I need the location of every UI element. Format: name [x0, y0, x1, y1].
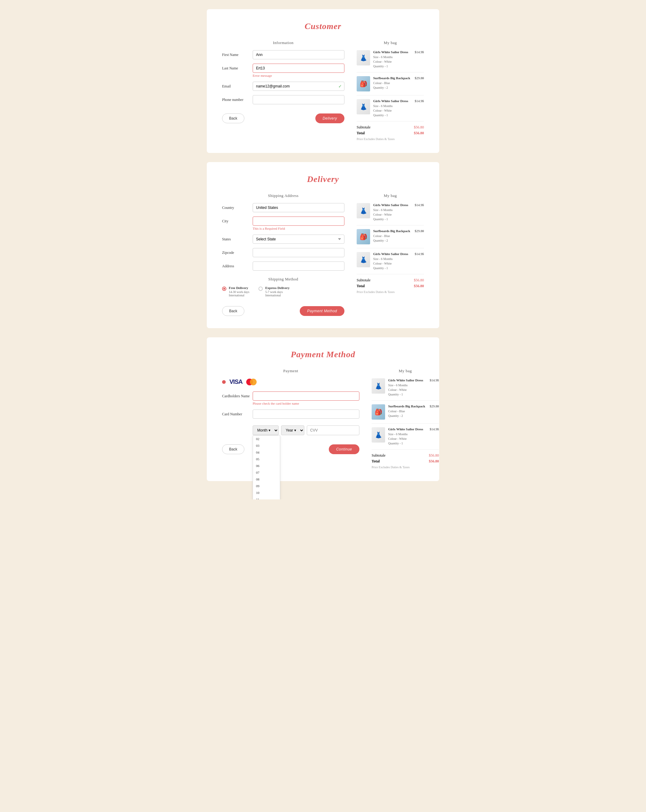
- pay-bag-item-2-details: Surfboards Big Backpack Colour - BlueQua…: [388, 404, 427, 418]
- cvv-input[interactable]: [307, 426, 359, 435]
- pay-bag-item-3-meta: Size - 6 MonthsColour - WhiteQuantity - …: [388, 432, 427, 446]
- month-option-05[interactable]: 05: [253, 456, 280, 462]
- del-total-amount: $56.80: [414, 284, 424, 288]
- pay-total-amount: $56.80: [429, 459, 439, 464]
- phone-wrap: [253, 95, 344, 104]
- payment-form: Payment VISA Cardholders Name Please che…: [222, 369, 359, 469]
- first-name-input[interactable]: [253, 50, 344, 60]
- payment-continue-button[interactable]: Continue: [329, 444, 359, 454]
- bag-item-3-name: Girls White Sailor Dress: [373, 99, 412, 103]
- year-select[interactable]: Year ▾ 2024 2025 2026: [281, 426, 304, 435]
- first-name-label: First Name: [222, 50, 253, 57]
- del-bag-item-1-meta: Size - 6 MonthsColour - WhiteQuantity - …: [373, 208, 412, 221]
- month-option-02[interactable]: 02: [253, 435, 280, 442]
- month-option-08[interactable]: 08: [253, 476, 280, 482]
- states-select[interactable]: Select State California New York Texas: [253, 235, 344, 244]
- month-option-11[interactable]: 11: [253, 496, 280, 499]
- del-bag-item-3-close-button[interactable]: ×: [422, 252, 424, 256]
- shipping-express-radio[interactable]: [258, 287, 263, 291]
- month-select[interactable]: Month ▾ 01 02 03 04 05 06 07 08 09 10: [253, 426, 279, 435]
- payment-radio[interactable]: [222, 380, 226, 384]
- customer-bag-title: My bag: [357, 40, 424, 45]
- payment-back-button[interactable]: Back: [222, 444, 244, 454]
- shipping-express[interactable]: Express Delivery 5-7 work days Internati…: [258, 286, 290, 297]
- address-input[interactable]: [253, 261, 344, 271]
- month-option-10[interactable]: 10: [253, 489, 280, 496]
- pay-bag-item-1-details: Girls White Sailor Dress Size - 6 Months…: [388, 379, 427, 397]
- del-bag-item-3-name: Girls White Sailor Dress: [373, 252, 412, 256]
- month-option-09[interactable]: 09: [253, 482, 280, 489]
- zipcode-wrap: [253, 248, 344, 257]
- bag-item-3-meta: Size - 6 MonthsColour - WhiteQuantity - …: [373, 104, 412, 118]
- information-title: Information: [222, 40, 344, 45]
- customer-next-button[interactable]: Delivery: [315, 113, 344, 123]
- shipping-express-name: Express Delivery: [265, 286, 290, 290]
- bag-item-1: 👗 Girls White Sailor Dress Size - 6 Mont…: [357, 50, 424, 72]
- last-name-label: Last Name: [222, 64, 253, 71]
- del-bag-item-2-details: Surfboards Big Backpack Colour - BlueQua…: [373, 229, 412, 243]
- shipping-free-radio[interactable]: [222, 287, 226, 291]
- phone-input[interactable]: [253, 95, 344, 104]
- pay-bag-item-2-close-button[interactable]: ×: [437, 404, 439, 409]
- phone-row: Phone number: [222, 95, 344, 104]
- month-option-03[interactable]: 03: [253, 442, 280, 449]
- country-label: Country: [222, 203, 253, 210]
- del-bag-item-2-image: 🎒: [357, 229, 370, 244]
- customer-bag: My bag 👗 Girls White Sailor Dress Size -…: [357, 40, 424, 141]
- card-number-row: Card Number: [222, 409, 359, 419]
- shipping-free-name: Free Delivery: [229, 286, 249, 290]
- cardholder-input[interactable]: [253, 391, 359, 401]
- zipcode-input[interactable]: [253, 248, 344, 257]
- bag-item-1-image: 👗: [357, 50, 370, 66]
- email-input[interactable]: [253, 82, 344, 91]
- subtotal-label: Subtotale: [357, 125, 370, 130]
- del-bag-item-3-meta: Size - 6 MonthsColour - WhiteQuantity - …: [373, 256, 412, 270]
- bag-item-3-close-button[interactable]: ×: [422, 99, 424, 103]
- payment-col-title: Payment: [222, 369, 359, 374]
- pay-bag-item-1-close-button[interactable]: ×: [437, 379, 439, 383]
- expiry-label: [222, 423, 253, 426]
- total-amount: $56.80: [414, 131, 424, 136]
- delivery-back-button[interactable]: Back: [222, 306, 244, 316]
- country-input[interactable]: [253, 203, 344, 212]
- states-row: States Select State California New York …: [222, 235, 344, 244]
- payment-bag-title: My bag: [372, 369, 439, 374]
- pay-bag-item-1: 👗 Girls White Sailor Dress Size - 6 Mont…: [372, 379, 439, 401]
- last-name-wrap: Error message: [253, 64, 344, 77]
- month-option-04[interactable]: 04: [253, 449, 280, 456]
- del-bag-item-2-close-button[interactable]: ×: [422, 229, 424, 234]
- card-number-input[interactable]: [253, 409, 359, 419]
- city-input[interactable]: [253, 217, 344, 226]
- month-option-06[interactable]: 06: [253, 462, 280, 469]
- payment-section: Payment Method Payment VISA Cardholders …: [207, 337, 439, 481]
- delivery-bag-title: My bag: [357, 193, 424, 198]
- pay-bag-item-2-image: 🎒: [372, 404, 385, 420]
- bag-item-1-details: Girls White Sailor Dress Size - 6 Months…: [373, 50, 412, 69]
- shipping-free[interactable]: Free Delivery 14-30 work days Internatio…: [222, 286, 249, 297]
- customer-section: Customer Information First Name Last Nam…: [207, 9, 439, 153]
- pay-bag-item-3-image: 👗: [372, 427, 385, 443]
- bag-item-3-image: 👗: [357, 99, 370, 114]
- pay-subtotal-amount: $56.80: [429, 453, 439, 458]
- customer-form: Information First Name Last Name Error m…: [222, 40, 344, 141]
- bag-item-2-close-button[interactable]: ×: [422, 76, 424, 81]
- bag-item-1-meta: Size - 6 MonthsColour - WhiteQuantity - …: [373, 55, 412, 69]
- bag-item-2-details: Surfboards Big Backpack Colour - BlueQua…: [373, 76, 412, 90]
- pay-bag-item-3-close-button[interactable]: ×: [437, 427, 439, 432]
- month-option-07[interactable]: 07: [253, 469, 280, 476]
- bag-item-2: 🎒 Surfboards Big Backpack Colour - BlueQ…: [357, 76, 424, 95]
- delivery-next-button[interactable]: Payment Method: [300, 306, 344, 316]
- pay-bag-item-3: 👗 Girls White Sailor Dress Size - 6 Mont…: [372, 427, 439, 450]
- shipping-free-days: 14-30 work days: [229, 290, 249, 294]
- del-bag-item-1-close-button[interactable]: ×: [422, 203, 424, 208]
- del-bag-item-1: 👗 Girls White Sailor Dress Size - 6 Mont…: [357, 203, 424, 225]
- first-name-wrap: [253, 50, 344, 60]
- customer-back-button[interactable]: Back: [222, 113, 244, 123]
- cardholder-label: Cardholders Name: [222, 391, 253, 398]
- customer-title: Customer: [222, 21, 424, 31]
- bag-item-1-close-button[interactable]: ×: [422, 50, 424, 55]
- last-name-input[interactable]: [253, 64, 344, 73]
- del-bag-item-1-image: 👗: [357, 203, 370, 218]
- delivery-btn-row: Back Payment Method: [222, 306, 344, 316]
- payment-bag-totals: Subtotale $56.80 Total $56.80 Price Excl…: [372, 453, 439, 469]
